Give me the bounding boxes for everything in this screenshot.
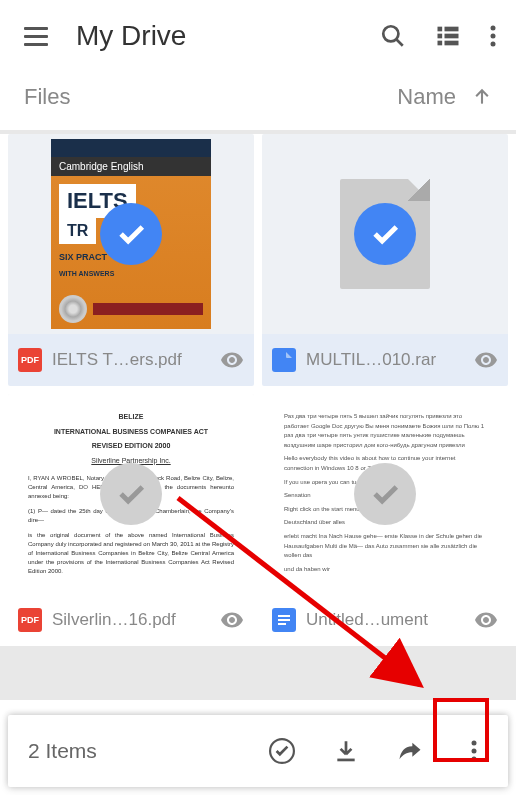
svg-rect-5 [445, 34, 459, 39]
visibility-icon[interactable] [474, 608, 498, 632]
visibility-icon[interactable] [220, 348, 244, 372]
sort-control[interactable]: Name [397, 84, 492, 110]
svg-rect-16 [337, 759, 354, 762]
file-card[interactable]: BELIZE INTERNATIONAL BUSINESS COMPANIES … [8, 394, 254, 646]
unselected-badge [354, 463, 416, 525]
subheader: Files Name [0, 72, 516, 130]
svg-point-10 [491, 42, 496, 47]
selected-badge [354, 203, 416, 265]
file-name: Silverlin…16.pdf [52, 610, 210, 630]
file-grid: Cambridge English IELTS TR SIX PRACT WIT… [0, 134, 516, 646]
file-card-footer: PDF Silverlin…16.pdf [8, 594, 254, 646]
file-icon [272, 348, 296, 372]
hamburger-icon [24, 27, 48, 46]
file-card-footer: PDF IELTS T…ers.pdf [8, 334, 254, 386]
svg-point-18 [472, 749, 477, 754]
unselected-badge [100, 463, 162, 525]
actionbar-buttons [268, 737, 488, 765]
file-card-footer: Untitled…ument [262, 594, 508, 646]
visibility-icon[interactable] [220, 608, 244, 632]
file-thumbnail: Раз два три четыре пять 5 вышел зайчик п… [262, 394, 508, 594]
offline-button[interactable] [268, 737, 296, 765]
pdf-icon: PDF [18, 608, 42, 632]
file-thumbnail: Cambridge English IELTS TR SIX PRACT WIT… [8, 134, 254, 334]
svg-point-8 [491, 26, 496, 31]
svg-rect-7 [445, 41, 459, 46]
svg-point-0 [383, 26, 398, 41]
selection-count: 2 Items [28, 739, 256, 763]
check-icon [368, 477, 402, 511]
more-actions-button[interactable] [460, 737, 488, 765]
check-icon [368, 217, 402, 251]
menu-button[interactable] [20, 20, 52, 52]
selection-action-bar: 2 Items [8, 715, 508, 787]
view-toggle-button[interactable] [434, 22, 462, 50]
check-icon [114, 217, 148, 251]
svg-line-1 [396, 39, 403, 46]
more-vertical-icon [471, 739, 477, 763]
svg-rect-3 [445, 27, 459, 32]
svg-rect-6 [438, 41, 443, 46]
selected-badge [100, 203, 162, 265]
svg-rect-12 [278, 615, 290, 617]
svg-rect-4 [438, 34, 443, 39]
list-view-icon [434, 22, 462, 50]
top-bar: My Drive [0, 0, 516, 72]
share-button[interactable] [396, 737, 424, 765]
file-thumbnail [262, 134, 508, 334]
pdf-icon: PDF [18, 348, 42, 372]
file-name: MULTIL…010.rar [306, 350, 464, 370]
file-card[interactable]: Раз два три четыре пять 5 вышел зайчик п… [262, 394, 508, 646]
svg-point-19 [472, 757, 477, 762]
more-vertical-icon [490, 24, 496, 48]
search-icon [380, 23, 406, 49]
svg-point-17 [472, 741, 477, 746]
svg-point-9 [491, 34, 496, 39]
gdoc-icon [272, 608, 296, 632]
file-grid-wrapper: Cambridge English IELTS TR SIX PRACT WIT… [0, 130, 516, 700]
svg-rect-2 [438, 27, 443, 32]
file-card[interactable]: MULTIL…010.rar [262, 134, 508, 386]
svg-rect-13 [278, 619, 290, 621]
offline-icon [269, 738, 295, 764]
arrow-up-icon [472, 87, 492, 107]
section-label: Files [24, 84, 70, 110]
file-card[interactable]: Cambridge English IELTS TR SIX PRACT WIT… [8, 134, 254, 386]
sort-label: Name [397, 84, 456, 110]
download-button[interactable] [332, 737, 360, 765]
file-thumbnail: BELIZE INTERNATIONAL BUSINESS COMPANIES … [8, 394, 254, 594]
search-button[interactable] [380, 23, 406, 49]
file-name: IELTS T…ers.pdf [52, 350, 210, 370]
topbar-actions [380, 22, 496, 50]
file-name: Untitled…ument [306, 610, 464, 630]
download-icon [333, 738, 359, 764]
visibility-icon[interactable] [474, 348, 498, 372]
share-icon [396, 737, 424, 765]
more-button[interactable] [490, 24, 496, 48]
check-icon [114, 477, 148, 511]
file-card-footer: MULTIL…010.rar [262, 334, 508, 386]
svg-rect-14 [278, 623, 286, 625]
page-title: My Drive [76, 20, 380, 52]
